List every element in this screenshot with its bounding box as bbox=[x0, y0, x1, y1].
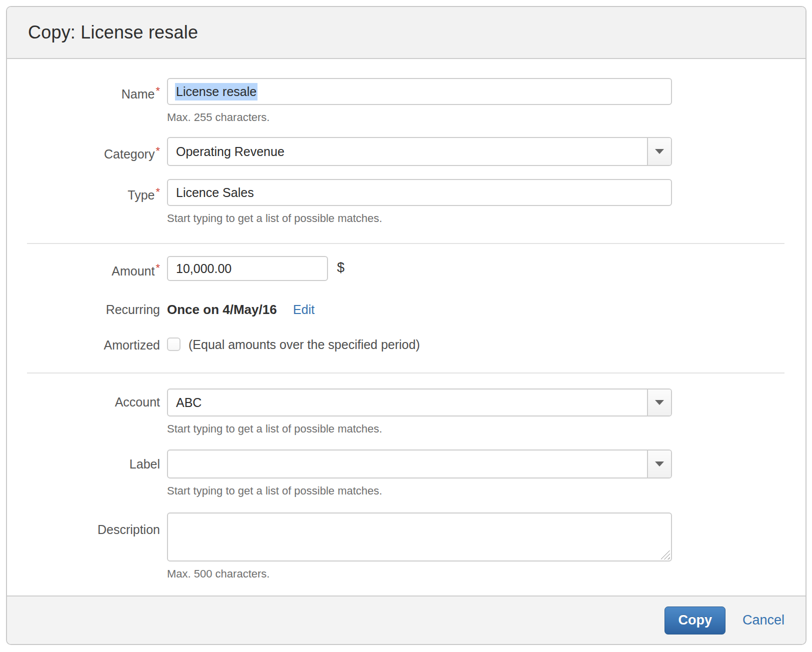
account-select-value: ABC bbox=[168, 390, 647, 416]
label-help-text: Start typing to get a list of possible m… bbox=[167, 484, 672, 498]
section-divider bbox=[27, 372, 784, 374]
chevron-down-icon bbox=[655, 149, 664, 154]
description-help-text: Max. 500 characters. bbox=[167, 568, 672, 580]
name-label: Name* bbox=[7, 78, 160, 102]
name-input-selected-text: License resale bbox=[175, 83, 258, 100]
label-select[interactable] bbox=[167, 450, 672, 478]
cancel-link[interactable]: Cancel bbox=[742, 612, 784, 628]
dialog-header: Copy: License resale bbox=[7, 7, 806, 59]
amount-field-row: Amount* $ bbox=[7, 256, 806, 281]
required-icon: * bbox=[156, 84, 160, 97]
type-input[interactable] bbox=[167, 179, 672, 206]
chevron-down-icon bbox=[655, 400, 664, 405]
account-field-row: Account ABC Start typing to get a list o… bbox=[7, 388, 806, 436]
amount-input[interactable] bbox=[167, 256, 328, 281]
required-icon: * bbox=[156, 262, 160, 274]
copy-dialog: Copy: License resale Name* License resal… bbox=[6, 6, 806, 645]
category-select-value: Operating Revenue bbox=[168, 138, 647, 165]
type-label: Type* bbox=[7, 179, 160, 202]
required-icon: * bbox=[156, 186, 160, 198]
amortized-label: Amortized bbox=[7, 338, 160, 352]
category-label: Category* bbox=[7, 137, 160, 162]
category-dropdown-button[interactable] bbox=[647, 138, 671, 165]
chevron-down-icon bbox=[655, 462, 664, 466]
account-label: Account bbox=[7, 388, 160, 410]
description-field-row: Description Max. 500 characters. bbox=[7, 512, 806, 580]
resize-handle-icon[interactable] bbox=[661, 550, 670, 560]
amount-label: Amount* bbox=[7, 256, 160, 278]
type-help-text: Start typing to get a list of possible m… bbox=[167, 212, 672, 225]
name-input[interactable]: License resale bbox=[167, 78, 672, 105]
amortized-field-row: Amortized (Equal amounts over the specif… bbox=[7, 338, 806, 352]
required-icon: * bbox=[156, 144, 160, 157]
dialog-body: Name* License resale Max. 255 characters… bbox=[7, 59, 806, 596]
section-divider bbox=[27, 243, 784, 244]
category-field-row: Category* Operating Revenue bbox=[7, 137, 806, 166]
account-select[interactable]: ABC bbox=[167, 388, 672, 416]
currency-symbol: $ bbox=[337, 260, 344, 275]
label-dropdown-button[interactable] bbox=[647, 450, 671, 478]
label-field-row: Label Start typing to get a list of poss… bbox=[7, 450, 806, 498]
dialog-footer: Copy Cancel bbox=[7, 596, 806, 644]
name-field-row: Name* License resale Max. 255 characters… bbox=[7, 78, 806, 124]
category-select[interactable]: Operating Revenue bbox=[167, 137, 672, 166]
description-textarea[interactable] bbox=[167, 512, 672, 562]
type-field-row: Type* Start typing to get a list of poss… bbox=[7, 179, 806, 225]
recurring-label: Recurring bbox=[7, 302, 160, 317]
label-label: Label bbox=[7, 450, 160, 472]
label-select-value bbox=[168, 450, 647, 478]
amortized-description: (Equal amounts over the specified period… bbox=[188, 338, 420, 352]
amortized-checkbox[interactable] bbox=[167, 338, 180, 351]
account-dropdown-button[interactable] bbox=[647, 390, 671, 416]
copy-button[interactable]: Copy bbox=[664, 606, 726, 634]
description-label: Description bbox=[7, 512, 160, 537]
recurring-edit-link[interactable]: Edit bbox=[293, 302, 314, 316]
account-help-text: Start typing to get a list of possible m… bbox=[167, 422, 672, 436]
dialog-title: Copy: License resale bbox=[28, 22, 198, 43]
recurring-field-row: Recurring Once on 4/May/16 Edit bbox=[7, 302, 806, 318]
name-help-text: Max. 255 characters. bbox=[167, 111, 672, 124]
recurring-value: Once on 4/May/16 bbox=[167, 302, 277, 317]
